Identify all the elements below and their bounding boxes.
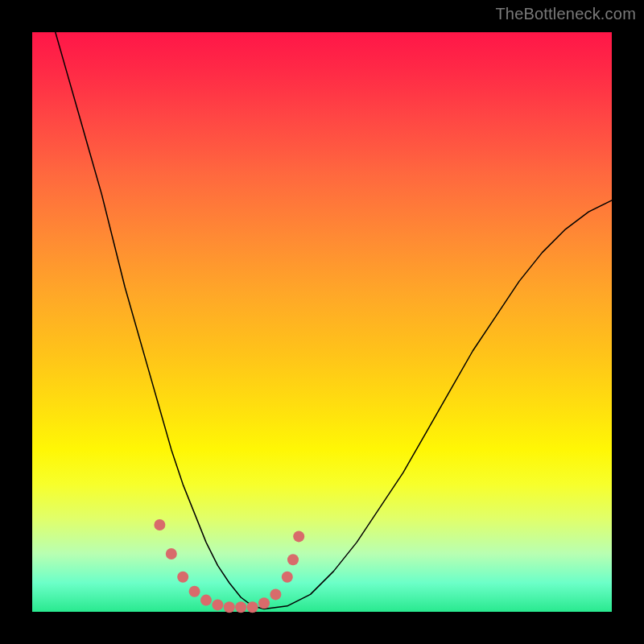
marker-point — [293, 530, 304, 542]
plot-area — [32, 32, 612, 612]
watermark-text: TheBottleneck.com — [495, 5, 636, 23]
marker-point — [189, 586, 200, 597]
highlight-markers — [154, 519, 304, 613]
marker-point — [154, 519, 165, 530]
curve-svg — [32, 32, 612, 612]
marker-point — [258, 597, 270, 609]
bottleneck-curve — [56, 32, 612, 609]
marker-point — [235, 601, 246, 613]
marker-point — [282, 572, 293, 583]
marker-point — [270, 588, 281, 600]
marker-point — [247, 601, 258, 613]
marker-point — [212, 599, 223, 610]
marker-point — [224, 601, 235, 613]
marker-point — [200, 595, 212, 606]
marker-point — [287, 554, 299, 565]
chart-frame: TheBottleneck.com — [0, 0, 644, 644]
marker-point — [166, 548, 177, 559]
marker-point — [177, 572, 188, 583]
